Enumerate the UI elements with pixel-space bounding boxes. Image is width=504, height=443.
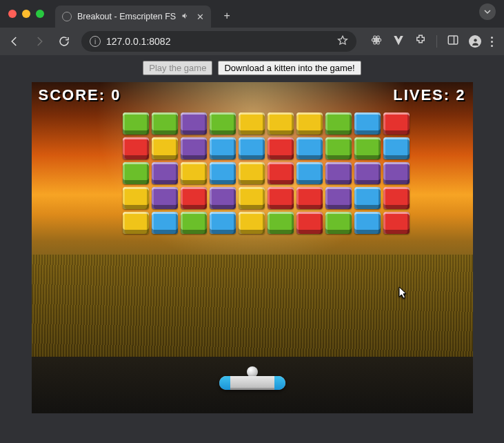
brick xyxy=(268,212,294,234)
vue-devtools-icon[interactable] xyxy=(392,34,405,49)
tab-title: Breakout - Emscripten FS xyxy=(77,12,176,21)
brick xyxy=(239,162,265,184)
brick xyxy=(354,187,381,209)
brick xyxy=(296,162,323,184)
minimize-window-button[interactable] xyxy=(22,10,30,18)
brick xyxy=(296,112,323,135)
brick xyxy=(123,162,149,184)
page-content: Play the game Download a kitten into the… xyxy=(0,55,504,443)
brick xyxy=(239,137,265,159)
brick xyxy=(354,112,381,135)
score-value: 0 xyxy=(111,86,121,104)
new-tab-button[interactable]: + xyxy=(218,7,236,25)
svg-point-6 xyxy=(474,39,476,41)
close-tab-icon[interactable]: ✕ xyxy=(196,12,204,22)
brick xyxy=(181,212,207,234)
brick-grid xyxy=(94,112,411,235)
brick xyxy=(123,112,149,135)
brick xyxy=(239,112,265,135)
score-display: SCORE: 0 xyxy=(39,86,121,104)
brick xyxy=(181,112,207,135)
svg-point-0 xyxy=(376,39,378,41)
lives-display: LIVES: 2 xyxy=(393,86,465,104)
brick xyxy=(383,187,410,209)
window-controls xyxy=(8,10,44,18)
extensions-icon[interactable] xyxy=(414,34,427,49)
brick xyxy=(152,137,178,159)
side-panel-icon[interactable] xyxy=(447,34,459,49)
brick xyxy=(354,137,381,159)
menu-button[interactable] xyxy=(491,37,493,47)
brick xyxy=(152,112,178,135)
maximize-window-button[interactable] xyxy=(36,10,44,18)
browser-toolbar: i 127.0.0.1:8082 xyxy=(0,28,504,55)
brick xyxy=(325,137,352,159)
brick xyxy=(268,162,294,184)
brick xyxy=(181,162,207,184)
back-button[interactable] xyxy=(7,34,22,49)
brick xyxy=(325,112,352,135)
brick xyxy=(181,137,207,159)
forward-button[interactable] xyxy=(32,34,47,49)
toolbar-icons xyxy=(366,34,497,49)
tab-strip: Breakout - Emscripten FS ✕ + xyxy=(55,0,474,28)
lives-value: 2 xyxy=(456,86,465,104)
separator xyxy=(436,35,437,48)
brick xyxy=(296,187,323,209)
game-background-grass xyxy=(32,255,473,364)
brick xyxy=(296,212,323,234)
brick xyxy=(239,212,265,234)
brick xyxy=(325,162,352,184)
tabs-dropdown-button[interactable] xyxy=(479,3,496,20)
hud: SCORE: 0 LIVES: 2 xyxy=(39,86,466,104)
brick xyxy=(210,137,236,159)
react-devtools-icon[interactable] xyxy=(370,34,383,49)
brick xyxy=(152,162,178,184)
paddle xyxy=(219,376,285,390)
download-kitten-button[interactable]: Download a kitten into the game! xyxy=(218,61,361,75)
brick xyxy=(383,212,410,234)
site-info-icon[interactable]: i xyxy=(90,36,101,47)
brick xyxy=(268,187,294,209)
brick xyxy=(354,162,381,184)
brick xyxy=(123,212,149,234)
bookmark-icon[interactable] xyxy=(337,35,348,48)
brick xyxy=(268,112,294,135)
brick xyxy=(210,112,236,135)
globe-icon xyxy=(62,12,72,21)
brick xyxy=(210,162,236,184)
brick xyxy=(210,187,236,209)
brick xyxy=(152,187,178,209)
brick xyxy=(383,137,410,159)
address-bar[interactable]: i 127.0.0.1:8082 xyxy=(81,31,356,52)
close-window-button[interactable] xyxy=(8,10,17,18)
brick xyxy=(123,187,149,209)
play-game-button[interactable]: Play the game xyxy=(143,61,212,75)
brick xyxy=(123,137,149,159)
browser-tab[interactable]: Breakout - Emscripten FS ✕ xyxy=(55,6,211,28)
url-text: 127.0.0.1:8082 xyxy=(106,36,170,47)
brick xyxy=(354,212,381,234)
score-label: SCORE: xyxy=(39,86,106,104)
sound-icon[interactable] xyxy=(181,12,190,21)
reload-button[interactable] xyxy=(57,34,72,49)
brick xyxy=(152,212,178,234)
brick xyxy=(383,112,410,135)
lives-label: LIVES: xyxy=(393,86,450,104)
game-controls-row: Play the game Download a kitten into the… xyxy=(143,61,361,75)
profile-avatar[interactable] xyxy=(469,35,481,48)
game-canvas[interactable]: SCORE: 0 LIVES: 2 xyxy=(32,82,473,413)
brick xyxy=(296,137,323,159)
titlebar: Breakout - Emscripten FS ✕ + xyxy=(0,0,504,28)
brick xyxy=(239,187,265,209)
brick xyxy=(325,187,352,209)
brick xyxy=(325,212,352,234)
svg-rect-4 xyxy=(448,36,458,44)
brick xyxy=(268,137,294,159)
brick xyxy=(210,212,236,234)
brick xyxy=(383,162,410,184)
brick xyxy=(181,187,207,209)
